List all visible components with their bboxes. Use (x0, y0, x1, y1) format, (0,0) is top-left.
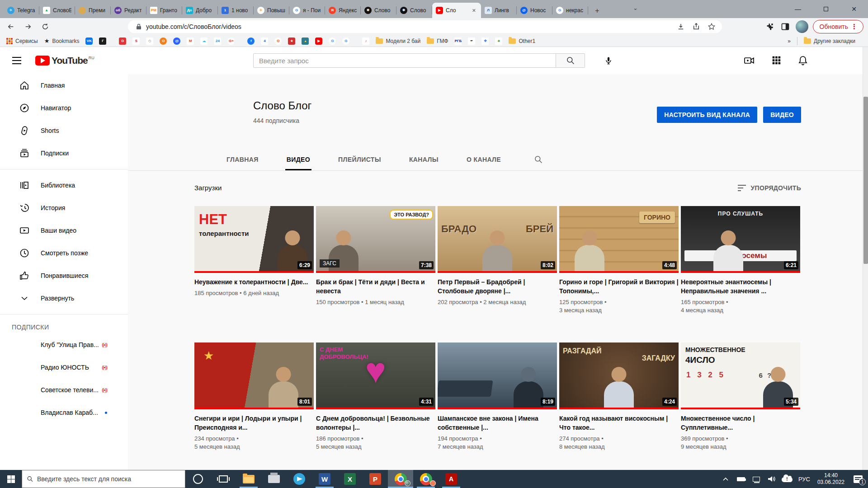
video-title[interactable]: Шампанское вне закона | Имена собственны… (438, 414, 557, 432)
video-thumbnail[interactable]: ПРО СЛУШАТЬ Энантиосемы 6:21 (681, 206, 800, 273)
sidebar-item-explore[interactable]: Навигатор (0, 97, 128, 119)
create-video-icon[interactable] (744, 55, 755, 66)
back-icon[interactable] (5, 20, 17, 33)
voice-search-mic-icon[interactable] (601, 53, 616, 68)
video-thumbnail[interactable]: НЕТ толерантности 6:29 (194, 206, 314, 273)
kebab-menu-icon[interactable]: ⋮ (848, 23, 860, 31)
bookmark-item-7[interactable]: @ (173, 38, 180, 45)
bookmark-item-5[interactable]: ◇ (146, 38, 153, 45)
bookmark-item-20[interactable]: G (342, 38, 349, 45)
bookmark-item-13[interactable]: f (247, 38, 255, 45)
video-title[interactable]: Горино и горе | Григорий и Виктория | То… (559, 277, 679, 296)
bookmark-item-1[interactable]: Г (99, 38, 106, 45)
browser-tab-14[interactable]: @ Новос ✕ (517, 3, 552, 18)
window-minimize-button[interactable]: — (784, 0, 812, 18)
acrobat-button[interactable]: A (439, 470, 464, 488)
video-card-8[interactable]: РАЗГАДАЙ ЗАГАДКУ 4:24 Какой год называют… (559, 343, 679, 479)
browser-tab-12[interactable]: ▶ Сло ✕ (432, 3, 481, 18)
video-title[interactable]: Какой год называют високосным | Что тако… (559, 414, 679, 432)
volume-icon[interactable] (764, 470, 779, 488)
taskbar-search-box[interactable] (22, 470, 185, 488)
video-thumbnail[interactable]: БРАДО БРЕЙ 8:02 (438, 206, 557, 273)
youtube-search-input[interactable] (254, 57, 556, 65)
browser-tab-15[interactable]: G некрас ✕ (552, 3, 588, 18)
browser-tab-11[interactable]: ✱ Слово ✕ (396, 3, 432, 18)
sidebar-item-liked[interactable]: Понравившиеся (0, 264, 128, 287)
start-button[interactable] (0, 470, 22, 488)
bookmark-star-icon[interactable] (706, 21, 717, 33)
bookmark-item-4[interactable]: S (132, 38, 140, 45)
sidebar-item-watch-later[interactable]: Смотреть позже (0, 242, 128, 264)
bookmarks-overflow-button[interactable]: » (788, 38, 791, 44)
video-card-1[interactable]: ЭТО РАЗВОД? ЗАГС 7:38 Брак и брак | Тёти… (316, 206, 435, 343)
bookmark-item-29[interactable]: Other1 (509, 38, 535, 44)
browser-tab-9[interactable]: Я Яндекс ✕ (325, 3, 361, 18)
services-bookmark[interactable]: Сервисы (6, 38, 38, 44)
taskbar-search-input[interactable] (37, 475, 180, 483)
bookmark-item-28[interactable]: ♣ (495, 38, 502, 45)
video-card-6[interactable]: С ДНЕМ ДОБРОВОЛЬЦА! ♥ 4:31 С Днем добров… (316, 343, 435, 479)
bookmark-item-6[interactable]: O (160, 38, 167, 45)
bookmarks-folder[interactable]: ★ Bookmarks (44, 38, 80, 44)
address-bar[interactable]: youtube.com/c/СловоБлог/videos (128, 20, 722, 33)
browser-tab-2[interactable]: Преми ✕ (75, 3, 111, 18)
sidebar-item-history[interactable]: История (0, 197, 128, 219)
share-icon[interactable] (690, 21, 702, 33)
channel-tab-0[interactable]: ГЛАВНАЯ (212, 148, 273, 170)
subscription-channel-3[interactable]: Владислав Караб... ((•)) (0, 401, 128, 424)
network-icon[interactable] (749, 470, 764, 488)
channel-tab-1[interactable]: ВИДЕО (273, 148, 324, 170)
forward-icon[interactable] (22, 20, 34, 33)
video-card-9[interactable]: МНОЖЕСТВЕННОЕ 4ИСЛО 1 3 2 5 6 ? ∞ 5:34 М… (681, 343, 800, 479)
bookmark-item-9[interactable]: ☁ (200, 38, 208, 45)
youtube-search-button[interactable] (556, 53, 585, 68)
sidebar-item-subscriptions[interactable]: Подписки (0, 142, 128, 164)
bookmark-item-18[interactable]: ▶ (315, 38, 322, 45)
video-card-2[interactable]: БРАДО БРЕЙ 8:02 Петр Первый – Брадобрей … (438, 206, 557, 343)
url-text[interactable]: youtube.com/c/СловоБлог/videos (146, 23, 671, 30)
tab-close-icon[interactable]: ✕ (471, 7, 477, 14)
hamburger-menu-icon[interactable] (12, 56, 23, 65)
video-card-0[interactable]: НЕТ толерантности 6:29 Неуважение к толе… (194, 206, 314, 343)
onedrive-cloud-icon[interactable]: ! (779, 470, 795, 488)
tray-expand-chevron-icon[interactable] (718, 470, 733, 488)
sidebar-item-show-more[interactable]: Развернуть (0, 287, 128, 310)
chrome-update-button[interactable]: Обновить ⋮ (813, 20, 863, 33)
profile-avatar[interactable] (796, 20, 808, 33)
channel-tab-3[interactable]: КАНАЛЫ (395, 148, 453, 170)
task-view-button[interactable] (211, 470, 236, 488)
video-thumbnail[interactable]: РАЗГАДАЙ ЗАГАДКУ 4:24 (559, 343, 679, 409)
video-thumbnail[interactable]: ГОРИНО 4:48 (559, 206, 679, 273)
sidebar-item-home[interactable]: Главная (0, 74, 128, 97)
bookmark-item-16[interactable]: ★ (288, 38, 295, 45)
browser-tab-8[interactable]: G я - Пои ✕ (289, 3, 325, 18)
sidebar-item-your-videos[interactable]: Ваши видео (0, 219, 128, 242)
video-title[interactable]: Невероятные энантиосемы | Неправильные з… (681, 277, 800, 296)
video-title[interactable]: С Днем добровольца! | Безвольные волонте… (316, 414, 435, 432)
sidebar-item-shorts[interactable]: Shorts (0, 119, 128, 142)
video-thumbnail[interactable]: 8:19 (438, 343, 557, 409)
browser-tab-7[interactable]: ✈ Повыш ✕ (254, 3, 289, 18)
bookmark-item-0[interactable]: VK (85, 38, 93, 45)
page-scrollbar[interactable] (863, 47, 868, 470)
new-tab-button[interactable]: + (591, 5, 604, 17)
bookmark-item-14[interactable]: 4 (261, 38, 268, 45)
browser-tab-1[interactable]: ▲ СловоБ ✕ (39, 3, 75, 18)
action-center-button[interactable]: 1 (848, 470, 868, 488)
video-thumbnail[interactable]: 8:01 (194, 343, 314, 409)
notifications-bell-icon[interactable] (797, 55, 808, 66)
browser-tab-5[interactable]: До Добро ✕ (182, 3, 218, 18)
manage-videos-button[interactable]: ВИДЕО (763, 107, 801, 123)
video-title[interactable]: Петр Первый – Брадобрей | Столбовые двор… (438, 277, 557, 296)
tab-search-chevron-icon[interactable]: ⌄ (633, 5, 638, 11)
window-maximize-button[interactable] (812, 0, 840, 18)
bookmark-item-15[interactable]: O (274, 38, 282, 45)
browser-tab-13[interactable]: Л Лингв ✕ (481, 3, 517, 18)
bookmark-item-3[interactable]: D (119, 38, 126, 45)
video-card-7[interactable]: 8:19 Шампанское вне закона | Имена собст… (438, 343, 557, 479)
bookmark-item-8[interactable]: M (187, 38, 194, 45)
youtube-search-box[interactable] (253, 53, 556, 68)
chrome-active-button[interactable] (388, 470, 413, 488)
video-title[interactable]: Неуважение к толерантности | Две... (194, 277, 314, 286)
bookmark-item-19[interactable]: G (329, 38, 336, 45)
